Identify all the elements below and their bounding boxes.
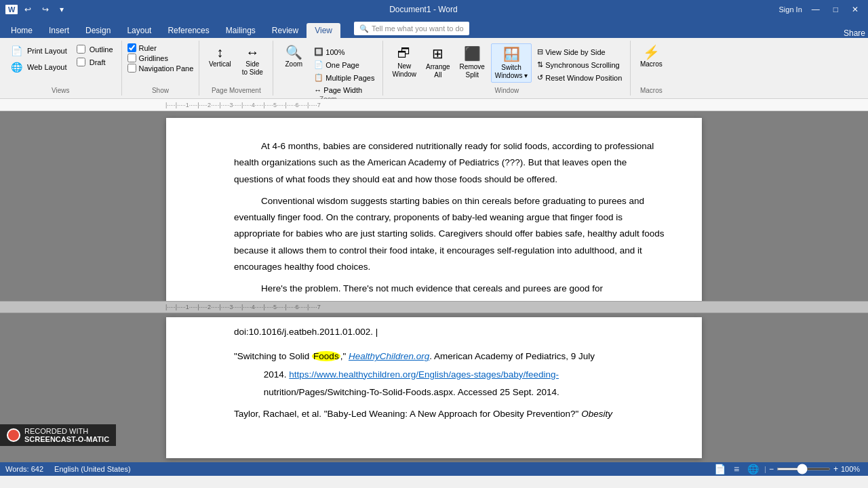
remove-split-icon: ⬛ bbox=[464, 45, 481, 62]
ribbon-search-box[interactable]: 🔍 Tell me what you want to do bbox=[354, 22, 469, 35]
ref1-line2: 2014. https://www.healthychildren.org/En… bbox=[234, 367, 668, 383]
ref2-journal: Obesity bbox=[581, 409, 612, 419]
side-to-side-label: Sideto Side bbox=[242, 60, 263, 77]
page-width-button[interactable]: ↔ Page Width bbox=[311, 85, 377, 96]
print-layout-label: Print Layout bbox=[27, 47, 67, 55]
side-by-side-label: View Side by Side bbox=[545, 48, 605, 56]
ribbon-group-show: Ruler Gridlines Navigation Pane Show bbox=[122, 41, 200, 96]
print-layout-button[interactable]: 📄 Print Layout bbox=[5, 43, 70, 58]
arrange-all-icon: ⊞ bbox=[432, 45, 443, 62]
screencast-logo bbox=[7, 428, 20, 442]
views-buttons: 📄 Print Layout 🌐 Web Layout Outline Draf… bbox=[5, 41, 116, 87]
tab-review[interactable]: Review bbox=[264, 23, 307, 38]
quick-access-customize[interactable]: ▾ bbox=[56, 3, 68, 16]
para-2: Conventional wisdom suggests starting ba… bbox=[234, 193, 668, 275]
reset-window-position-button[interactable]: ↺ Reset Window Position bbox=[534, 72, 625, 83]
switch-windows-button[interactable]: 🪟 SwitchWindows ▾ bbox=[491, 43, 532, 83]
main-area: At 4-6 months, babies are considered nut… bbox=[0, 111, 868, 462]
one-page-button[interactable]: 📄 One Page bbox=[311, 59, 377, 70]
ruler-checkbox[interactable] bbox=[127, 43, 136, 52]
vertical-button[interactable]: ↕ Vertical bbox=[205, 43, 235, 70]
tab-view[interactable]: View bbox=[307, 23, 340, 38]
outline-button[interactable]: Outline bbox=[73, 43, 116, 55]
app-icon: W bbox=[5, 5, 18, 14]
ref1-line3: nutrition/Pages/Switching-To-Solid-Foods… bbox=[234, 384, 668, 401]
watermark-text: RECORDED WITH SCREENCAST-O-MATIC bbox=[24, 427, 109, 443]
tab-insert[interactable]: Insert bbox=[41, 23, 77, 38]
zoom-pct-button[interactable]: 🔲 100% bbox=[311, 46, 377, 58]
upper-doc-pane[interactable]: At 4-6 months, babies are considered nut… bbox=[0, 111, 868, 301]
ref2-line1: Taylor, Rachael, et al. "Baby-Led Weanin… bbox=[234, 406, 668, 422]
doc-title-text: Document1 - Word bbox=[389, 5, 457, 14]
synchronous-scrolling-button[interactable]: ⇅ Synchronous Scrolling bbox=[534, 59, 625, 70]
arrange-all-button[interactable]: ⊞ ArrangeAll bbox=[422, 43, 454, 81]
views-group: 📄 Print Layout 🌐 Web Layout bbox=[5, 43, 70, 75]
draft-checkbox[interactable] bbox=[77, 58, 85, 66]
tab-mailings[interactable]: Mailings bbox=[218, 23, 264, 38]
split-divider[interactable]: |·····|·····1·····|·····2·····|·····3···… bbox=[0, 301, 868, 313]
maximize-button[interactable]: □ bbox=[829, 3, 842, 16]
separator-icon: | bbox=[764, 465, 766, 473]
tab-layout[interactable]: Layout bbox=[119, 23, 159, 38]
document-area[interactable]: At 4-6 months, babies are considered nut… bbox=[0, 111, 868, 462]
new-window-button[interactable]: 🗗 NewWindow bbox=[389, 43, 420, 81]
read-view-mode-button[interactable]: ≡ bbox=[731, 464, 742, 474]
ribbon-right-area: Share bbox=[844, 28, 865, 38]
gridlines-checkbox-row: Gridlines bbox=[127, 54, 168, 62]
zoom-button[interactable]: 🔍 Zoom bbox=[279, 43, 309, 70]
tab-references[interactable]: References bbox=[159, 23, 217, 38]
status-bar-right: 📄 ≡ 🌐 | − + 100% bbox=[711, 464, 863, 474]
macros-button[interactable]: ⚡ Macros bbox=[636, 43, 666, 70]
vertical-label: Vertical bbox=[209, 60, 231, 68]
draft-label: Draft bbox=[90, 58, 106, 66]
outline-checkbox[interactable] bbox=[77, 45, 85, 54]
gridlines-checkbox[interactable] bbox=[127, 54, 136, 62]
zoom-slider[interactable] bbox=[776, 468, 831, 470]
print-view-mode-button[interactable]: 📄 bbox=[711, 464, 728, 474]
view-side-by-side-button[interactable]: ⊟ View Side by Side bbox=[534, 46, 625, 58]
ref1-line1: "Switching to Solid Foods," HealthyChild… bbox=[234, 348, 668, 365]
nav-pane-checkbox-row: Navigation Pane bbox=[127, 64, 194, 73]
document-page[interactable]: At 4-6 months, babies are considered nut… bbox=[166, 118, 702, 301]
share-button[interactable]: Share bbox=[844, 28, 865, 38]
macros-group-label: Macros bbox=[640, 87, 663, 96]
ribbon-group-window: 🗗 NewWindow ⊞ ArrangeAll ⬛ RemoveSplit 🪟… bbox=[383, 41, 631, 96]
quick-access-undo[interactable]: ↩ bbox=[20, 3, 35, 16]
web-layout-icon: 🌐 bbox=[8, 61, 24, 73]
side-to-side-button[interactable]: ↔ Sideto Side bbox=[237, 43, 267, 79]
tab-home[interactable]: Home bbox=[3, 23, 41, 38]
ribbon-group-page-movement: ↕ Vertical ↔ Sideto Side Page Movement bbox=[199, 41, 273, 96]
quick-access-redo[interactable]: ↪ bbox=[38, 3, 53, 16]
side-to-side-icon: ↔ bbox=[245, 45, 259, 59]
draft-button[interactable]: Draft bbox=[73, 56, 116, 68]
show-group-label: Show bbox=[152, 87, 169, 96]
highlighted-word: Foods bbox=[312, 351, 340, 361]
nav-pane-checkbox[interactable] bbox=[127, 64, 136, 73]
healthy-children-link[interactable]: HealthyChildren.org bbox=[349, 351, 429, 361]
status-bar: Words: 642 English (United States) 📄 ≡ 🌐… bbox=[0, 462, 868, 476]
one-page-icon: 📄 bbox=[314, 60, 323, 69]
ruler-checkbox-row: Ruler bbox=[127, 43, 157, 52]
minimize-button[interactable]: — bbox=[808, 3, 824, 16]
reset-icon: ↺ bbox=[537, 73, 543, 82]
close-button[interactable]: ✕ bbox=[848, 3, 863, 16]
remove-split-button[interactable]: ⬛ RemoveSplit bbox=[456, 43, 488, 81]
multiple-pages-button[interactable]: 📋 Multiple Pages bbox=[311, 72, 377, 83]
sign-in-link[interactable]: Sign In bbox=[779, 5, 802, 14]
zoom-icon: 🔍 bbox=[285, 45, 302, 59]
doi-text: doi:10.1016/j.eatbeh.2011.01.002. | bbox=[234, 327, 378, 337]
ruler-label: Ruler bbox=[139, 44, 157, 52]
recorded-with-text: RECORDED WITH bbox=[24, 427, 88, 435]
page-width-label: Page Width bbox=[323, 86, 362, 94]
tab-design[interactable]: Design bbox=[77, 23, 119, 38]
search-placeholder: Tell me what you want to do bbox=[372, 24, 464, 33]
ref1-url[interactable]: https://www.healthychildren.org/English/… bbox=[289, 369, 559, 380]
zoom-in-button[interactable]: + bbox=[833, 464, 838, 474]
document-page-2[interactable]: doi:10.1016/j.eatbeh.2011.01.002. | "Swi… bbox=[166, 317, 702, 458]
lower-doc-pane[interactable]: doi:10.1016/j.eatbeh.2011.01.002. | "Swi… bbox=[0, 313, 868, 462]
ribbon-group-macros: ⚡ Macros Macros bbox=[631, 41, 671, 96]
web-view-mode-button[interactable]: 🌐 bbox=[745, 464, 762, 474]
zoom-out-button[interactable]: − bbox=[769, 464, 774, 474]
web-layout-button[interactable]: 🌐 Web Layout bbox=[5, 60, 70, 75]
language: English (United States) bbox=[54, 465, 131, 473]
